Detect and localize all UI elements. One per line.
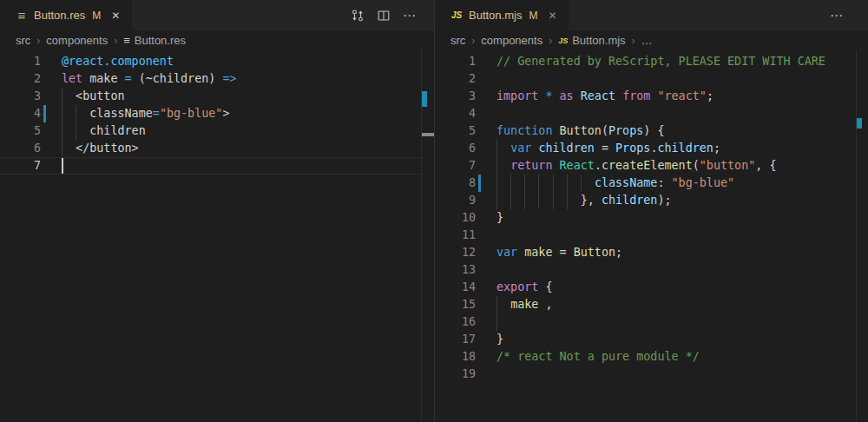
code-line[interactable]: 6 var children = Props.children; bbox=[435, 140, 856, 157]
breadcrumb-symbol-overflow[interactable]: … bbox=[641, 34, 653, 47]
code-line[interactable]: 6 </button> bbox=[0, 140, 421, 157]
open-changes-icon[interactable] bbox=[349, 7, 366, 24]
code-line[interactable]: 18/* react Not a pure module */ bbox=[435, 348, 856, 366]
editor-group-left: ≡ Button.res M ✕ bbox=[0, 0, 434, 422]
breadcrumb-right: src › components › JS Button.mjs › … bbox=[435, 30, 868, 50]
token: from bbox=[622, 89, 650, 102]
token: export bbox=[496, 280, 538, 293]
token: children bbox=[538, 142, 595, 155]
token: . bbox=[595, 159, 602, 172]
breadcrumb-folder-components[interactable]: components bbox=[481, 34, 542, 47]
tab-bar-left: ≡ Button.res M ✕ bbox=[0, 0, 434, 30]
file-icon: ≡ bbox=[123, 34, 130, 47]
line-number: 8 bbox=[435, 175, 476, 192]
token: } bbox=[496, 211, 503, 224]
code-text: } bbox=[496, 331, 503, 348]
breadcrumb-file[interactable]: ≡ Button.res bbox=[123, 34, 186, 47]
token: "bg-blue" bbox=[672, 176, 735, 189]
overview-ruler-right[interactable] bbox=[856, 50, 857, 422]
tab-button-res[interactable]: ≡ Button.res M ✕ bbox=[0, 0, 132, 30]
token: ; bbox=[707, 89, 713, 102]
code-text: </button> bbox=[62, 140, 139, 157]
code-line[interactable]: 2let make = (~children) => bbox=[0, 70, 421, 88]
javascript-file-icon: JS bbox=[450, 9, 464, 23]
code-line[interactable]: 13 bbox=[435, 261, 856, 279]
code-line[interactable]: 7 bbox=[0, 157, 421, 175]
code-text: var make = Button; bbox=[496, 244, 622, 261]
token: return bbox=[510, 159, 552, 172]
code-line[interactable]: 16 bbox=[435, 313, 856, 331]
code-text: className: "bg-blue" bbox=[496, 175, 734, 192]
code-line[interactable]: 5function Button(Props) { bbox=[435, 122, 856, 140]
tab-button-mjs[interactable]: JS Button.mjs M ✕ bbox=[435, 0, 569, 30]
close-tab-icon[interactable]: ✕ bbox=[546, 8, 558, 23]
code-line[interactable]: 4 className="bg-blue"> bbox=[0, 105, 421, 122]
line-number: 7 bbox=[0, 157, 41, 175]
token bbox=[496, 176, 595, 189]
code-line[interactable]: 3 <button bbox=[0, 88, 421, 105]
breadcrumb-separator: › bbox=[471, 35, 475, 47]
code-line[interactable]: 12var make = Button; bbox=[435, 244, 856, 261]
breadcrumb-separator: › bbox=[549, 35, 552, 47]
code-line[interactable]: 1// Generated by ReScript, PLEASE EDIT W… bbox=[435, 53, 856, 70]
code-line[interactable]: 1@react.component bbox=[0, 53, 421, 70]
code-line[interactable]: 9 }, children); bbox=[435, 192, 856, 209]
token: createElement bbox=[602, 159, 693, 172]
breadcrumb-folder-components[interactable]: components bbox=[46, 34, 108, 47]
line-number: 3 bbox=[435, 88, 476, 105]
token: }, bbox=[496, 194, 602, 207]
code-line[interactable]: 4 bbox=[435, 105, 856, 122]
code-editor-right[interactable]: 1// Generated by ReScript, PLEASE EDIT W… bbox=[435, 50, 856, 422]
token bbox=[553, 89, 560, 102]
code-text: @react.component bbox=[62, 53, 174, 70]
breadcrumb-separator: › bbox=[632, 35, 635, 47]
line-number: 4 bbox=[0, 105, 41, 122]
code-line[interactable]: 3import * as React from "react"; bbox=[435, 88, 856, 105]
code-line[interactable]: 19 bbox=[435, 366, 856, 383]
tab-title: Button.res bbox=[34, 9, 85, 22]
token: ( bbox=[693, 159, 700, 172]
code-line[interactable]: 10} bbox=[435, 209, 856, 227]
breadcrumb-folder-src[interactable]: src bbox=[450, 34, 465, 47]
code-line[interactable]: 7 return React.createElement("button", { bbox=[435, 157, 856, 175]
line-number: 5 bbox=[435, 122, 476, 140]
token: // Generated by ReScript, PLEASE EDIT WI… bbox=[496, 55, 825, 68]
token: /* react Not a pure module */ bbox=[496, 350, 700, 363]
breadcrumb-file[interactable]: JS Button.mjs bbox=[558, 34, 625, 47]
breadcrumb-folder-src[interactable]: src bbox=[16, 34, 30, 47]
token: var bbox=[496, 246, 517, 259]
breadcrumb-separator: › bbox=[114, 35, 117, 47]
token: = bbox=[125, 72, 132, 85]
git-modified-badge: M bbox=[529, 10, 537, 22]
line-number: 16 bbox=[435, 313, 476, 331]
line-number: 2 bbox=[0, 70, 41, 88]
line-number: 19 bbox=[435, 366, 476, 383]
code-line[interactable]: 17} bbox=[435, 331, 856, 348]
code-line[interactable]: 15 make , bbox=[435, 296, 856, 313]
token: { bbox=[538, 280, 552, 293]
token: , { bbox=[755, 159, 776, 172]
code-editor-left[interactable]: 1@react.component2let make = (~children)… bbox=[0, 50, 421, 422]
code-line[interactable]: 2 bbox=[435, 70, 856, 88]
token: className bbox=[62, 107, 153, 120]
tab-title: Button.mjs bbox=[469, 9, 522, 22]
text-cursor bbox=[62, 158, 63, 174]
token: React bbox=[581, 89, 615, 102]
ruler-modified-mark bbox=[857, 118, 862, 129]
token: var bbox=[510, 142, 531, 155]
token: React bbox=[560, 159, 595, 172]
code-line[interactable]: 8 className: "bg-blue" bbox=[435, 175, 856, 192]
close-tab-icon[interactable]: ✕ bbox=[109, 8, 122, 23]
token bbox=[553, 124, 560, 137]
code-line[interactable]: 11 bbox=[435, 227, 856, 244]
token: make bbox=[524, 246, 552, 259]
line-number: 18 bbox=[435, 348, 476, 366]
more-actions-icon[interactable]: ⋯ bbox=[828, 7, 845, 24]
code-line[interactable]: 5 children bbox=[0, 122, 421, 140]
split-editor-icon[interactable] bbox=[375, 7, 392, 24]
breadcrumb-left: src › components › ≡ Button.res bbox=[0, 30, 434, 50]
code-text: // Generated by ReScript, PLEASE EDIT WI… bbox=[496, 53, 825, 70]
line-number: 9 bbox=[435, 192, 476, 209]
code-line[interactable]: 14export { bbox=[435, 279, 856, 296]
more-actions-icon[interactable]: ⋯ bbox=[401, 7, 418, 24]
